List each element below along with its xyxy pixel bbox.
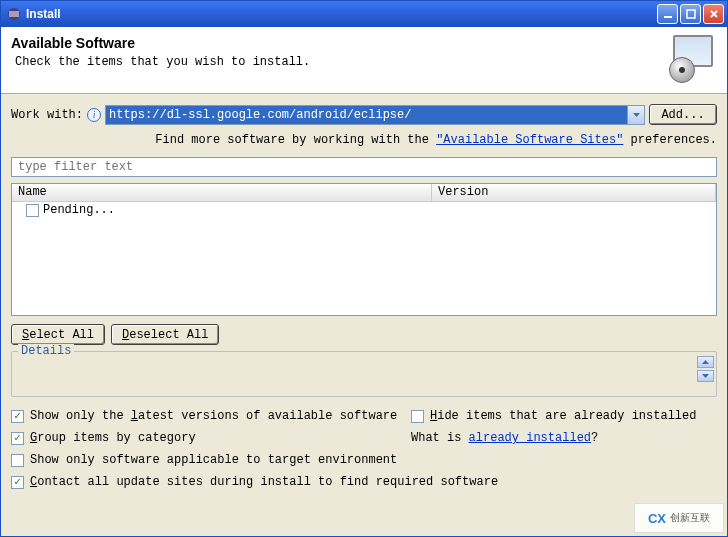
eclipse-icon: [6, 6, 22, 22]
software-tree[interactable]: Name Version Pending...: [11, 183, 717, 316]
group-category-checkbox[interactable]: [11, 432, 24, 445]
available-sites-link[interactable]: "Available Software Sites": [436, 133, 623, 147]
close-button[interactable]: [703, 4, 724, 24]
already-installed-link[interactable]: already installed: [469, 431, 591, 445]
window-title: Install: [26, 7, 61, 21]
hide-installed-label: Hide items that are already installed: [430, 409, 696, 423]
details-group: Details: [11, 351, 717, 397]
install-icon: [669, 35, 717, 83]
deselect-all-button[interactable]: Deselect All: [111, 324, 219, 345]
svg-rect-2: [687, 10, 695, 18]
page-subtitle: Check the items that you wish to install…: [15, 55, 669, 69]
wizard-header: Available Software Check the items that …: [1, 27, 727, 94]
filter-field[interactable]: [11, 157, 717, 177]
add-button[interactable]: Add...: [649, 104, 717, 125]
filter-input[interactable]: [16, 158, 712, 176]
show-latest-checkbox[interactable]: [11, 410, 24, 423]
work-with-dropdown[interactable]: [627, 106, 644, 124]
watermark-text: 创新互联: [670, 511, 710, 525]
contact-sites-label: Contact all update sites during install …: [30, 475, 498, 489]
watermark-logo: CX: [648, 511, 666, 526]
col-name[interactable]: Name: [12, 184, 432, 201]
applicable-env-label: Show only software applicable to target …: [30, 453, 397, 467]
row-label: Pending...: [43, 203, 115, 217]
details-legend: Details: [18, 344, 74, 358]
svg-rect-1: [664, 16, 672, 18]
maximize-button[interactable]: [680, 4, 701, 24]
tree-row[interactable]: Pending...: [12, 202, 716, 218]
minimize-button[interactable]: [657, 4, 678, 24]
watermark: CX 创新互联: [634, 503, 724, 533]
info-icon: i: [87, 108, 101, 122]
sites-hint: Find more software by working with the "…: [11, 133, 717, 147]
install-window: Install Available Software Check the ite…: [0, 0, 728, 537]
tree-header: Name Version: [12, 184, 716, 202]
select-all-button[interactable]: Select All: [11, 324, 105, 345]
titlebar: Install: [1, 1, 727, 27]
show-latest-label: Show only the latest versions of availab…: [30, 409, 397, 423]
col-version[interactable]: Version: [432, 184, 716, 201]
work-with-input[interactable]: [106, 106, 627, 124]
hide-installed-checkbox[interactable]: [411, 410, 424, 423]
details-scrollbar[interactable]: [697, 356, 714, 382]
contact-sites-checkbox[interactable]: [11, 476, 24, 489]
what-is-text: What is already installed?: [411, 431, 598, 445]
applicable-env-checkbox[interactable]: [11, 454, 24, 467]
row-checkbox[interactable]: [26, 204, 39, 217]
work-with-label: Work with:: [11, 108, 83, 122]
group-category-label: Group items by category: [30, 431, 196, 445]
work-with-combo[interactable]: [105, 105, 645, 125]
options: Show only the latest versions of availab…: [11, 405, 717, 493]
page-title: Available Software: [11, 35, 669, 51]
